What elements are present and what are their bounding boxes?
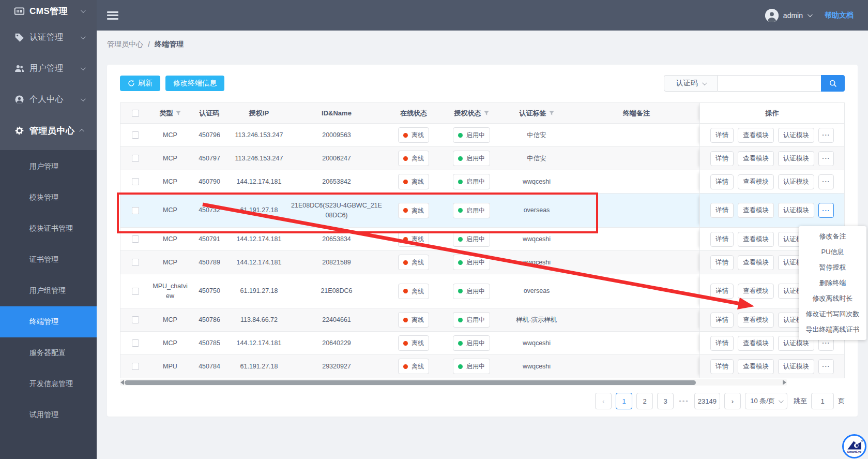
detail-button[interactable]: 详情 — [710, 255, 734, 270]
sidebar-subitem-trial-mgmt[interactable]: 试用管理 — [0, 399, 97, 431]
row-checkbox[interactable] — [132, 259, 139, 266]
row-checkbox[interactable] — [132, 339, 139, 347]
breadcrumb-parent[interactable]: 管理员中心 — [107, 40, 143, 49]
search-input[interactable] — [718, 75, 821, 92]
app-title: CMS管理 — [29, 5, 68, 17]
sidebar-subitem-cert-mgmt[interactable]: 证书管理 — [0, 244, 97, 275]
chevron-up-icon — [79, 128, 84, 134]
more-actions-button[interactable]: ··· — [818, 174, 834, 189]
sidebar-subitem-usergroup-mgmt[interactable]: 用户组管理 — [0, 275, 97, 306]
refresh-button[interactable]: 刷新 — [120, 76, 160, 91]
detail-button[interactable]: 详情 — [710, 284, 734, 299]
page-button-3[interactable]: 3 — [657, 393, 674, 409]
detail-button[interactable]: 详情 — [710, 313, 734, 328]
detail-button[interactable]: 详情 — [710, 336, 734, 351]
offline-dot — [403, 260, 408, 265]
menu-item-suspend-auth[interactable]: 暂停授权 — [799, 260, 866, 275]
sidebar-subitem-module-mgmt[interactable]: 模块管理 — [0, 182, 97, 213]
more-actions-button[interactable]: ··· — [818, 359, 834, 374]
menu-item-export-offline-cert[interactable]: 导出终端离线证书 — [799, 322, 866, 337]
horizontal-scrollbar[interactable] — [120, 379, 787, 386]
jump-page-input[interactable] — [811, 393, 834, 409]
sidebar-item-user-mgmt[interactable]: 用户管理 — [0, 53, 97, 84]
sidebar-item-personal-center[interactable]: 个人中心 — [0, 84, 97, 115]
view-modules-button[interactable]: 查看模块 — [738, 128, 774, 143]
view-modules-button[interactable]: 查看模块 — [738, 232, 774, 247]
menu-item-pu-info[interactable]: PU信息 — [799, 244, 866, 260]
row-checkbox[interactable] — [132, 131, 139, 139]
page-button-2[interactable]: 2 — [636, 393, 653, 409]
last-page-button[interactable]: 23149 — [694, 393, 720, 409]
page-ellipsis[interactable]: ••• — [678, 397, 690, 405]
sidebar-subitem-server-config[interactable]: 服务器配置 — [0, 337, 97, 368]
view-modules-button[interactable]: 查看模块 — [738, 203, 774, 218]
online-status-badge: 离线 — [398, 127, 429, 143]
scrollbar-thumb[interactable] — [125, 380, 696, 385]
view-modules-button[interactable]: 查看模块 — [738, 174, 774, 189]
page-button-1[interactable]: 1 — [616, 393, 632, 409]
search-button[interactable] — [821, 75, 845, 92]
view-modules-button[interactable]: 查看模块 — [738, 255, 774, 270]
row-checkbox[interactable] — [132, 235, 139, 243]
more-actions-button[interactable]: ··· — [818, 128, 834, 143]
next-page-button[interactable]: › — [724, 393, 741, 409]
sidebar-subitem-dev-info-mgmt[interactable]: 开发信息管理 — [0, 368, 97, 399]
row-checkbox[interactable] — [132, 178, 139, 185]
view-modules-button[interactable]: 查看模块 — [738, 151, 774, 166]
search-field-select[interactable]: 认证码 — [664, 75, 718, 92]
auth-modules-button[interactable]: 认证模块 — [778, 203, 814, 218]
detail-button[interactable]: 详情 — [710, 151, 734, 166]
menu-toggle-icon[interactable] — [107, 11, 118, 20]
edit-terminal-info-button[interactable]: 修改终端信息 — [165, 76, 224, 91]
row-checkbox[interactable] — [132, 288, 139, 295]
menu-item-edit-remark[interactable]: 修改备注 — [799, 229, 866, 244]
row-checkbox[interactable] — [132, 363, 139, 370]
auth-modules-button[interactable]: 认证模块 — [778, 128, 814, 143]
detail-button[interactable]: 详情 — [710, 203, 734, 218]
scroll-left-arrow-icon[interactable] — [120, 380, 124, 385]
help-docs-link[interactable]: 帮助文档 — [825, 11, 854, 20]
scroll-right-arrow-icon[interactable] — [783, 380, 786, 385]
username: admin — [783, 11, 803, 20]
online-status-badge: 离线 — [398, 151, 429, 166]
select-all-checkbox[interactable] — [132, 110, 139, 117]
view-modules-button[interactable]: 查看模块 — [738, 313, 774, 328]
sidebar-item-admin-center[interactable]: 管理员中心 — [0, 115, 97, 146]
menu-item-delete-terminal[interactable]: 删除终端 — [799, 275, 866, 291]
view-modules-button[interactable]: 查看模块 — [738, 359, 774, 374]
user-menu[interactable]: admin — [765, 9, 811, 22]
view-modules-button[interactable]: 查看模块 — [738, 284, 774, 299]
detail-button[interactable]: 详情 — [710, 128, 734, 143]
sidebar-subitem-terminal-mgmt[interactable]: 终端管理 — [0, 306, 97, 337]
more-actions-button[interactable]: ··· — [818, 151, 834, 166]
sidebar-item-auth-mgmt[interactable]: 认证管理 — [0, 22, 97, 53]
more-actions-button-open[interactable]: ··· — [818, 203, 834, 218]
row-checkbox[interactable] — [132, 207, 139, 214]
sidebar-item-label: 用户管理 — [29, 63, 64, 74]
filter-icon[interactable] — [484, 111, 489, 116]
auth-modules-button[interactable]: 认证模块 — [778, 174, 814, 189]
detail-button[interactable]: 详情 — [710, 174, 734, 189]
row-checkbox[interactable] — [132, 155, 139, 162]
sidebar-subitem-user-mgmt[interactable]: 用户管理 — [0, 151, 97, 182]
sidebar-subitem-module-cert-mgmt[interactable]: 模块证书管理 — [0, 213, 97, 244]
filter-icon[interactable] — [549, 111, 554, 116]
view-modules-button[interactable]: 查看模块 — [738, 336, 774, 351]
table-row: MCP 450786 113.84.66.72 22404661 离线 启用中 … — [120, 308, 844, 332]
filter-icon[interactable] — [176, 111, 181, 116]
menu-item-edit-offline-duration[interactable]: 修改离线时长 — [799, 291, 866, 306]
menu-item-edit-cert-writeback-count[interactable]: 修改证书写回次数 — [799, 306, 866, 322]
tag-icon — [14, 32, 25, 43]
auth-modules-button[interactable]: 认证模块 — [778, 359, 814, 374]
auth-modules-button[interactable]: 认证模块 — [778, 151, 814, 166]
detail-button[interactable]: 详情 — [710, 232, 734, 247]
smarteye-logo[interactable]: SmartEye — [842, 434, 866, 458]
sidebar-item-label: 个人中心 — [29, 94, 64, 105]
prev-page-button[interactable]: ‹ — [595, 393, 612, 409]
chevron-down-icon — [81, 34, 86, 39]
page-size-select[interactable]: 10 条/页 — [745, 393, 787, 409]
row-checkbox[interactable] — [132, 316, 139, 323]
app-logo[interactable]: CMS管理 — [0, 0, 97, 22]
offline-dot — [403, 318, 408, 322]
detail-button[interactable]: 详情 — [710, 359, 734, 374]
